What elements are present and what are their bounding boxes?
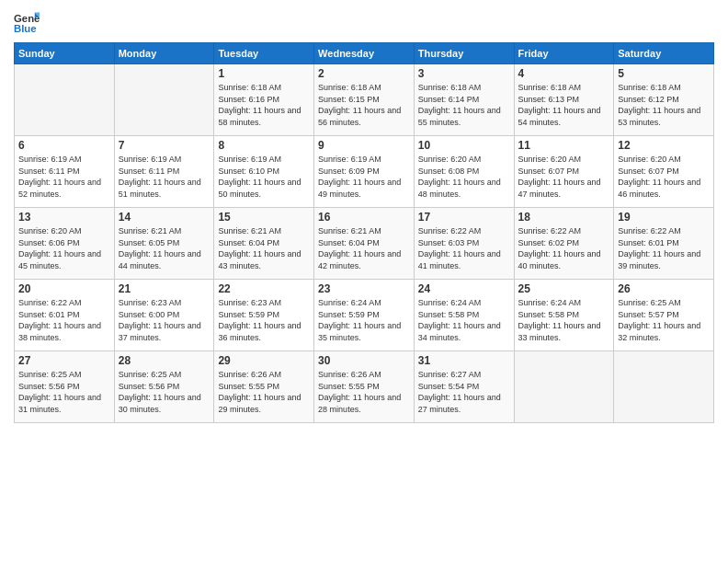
calendar-cell: 16Sunrise: 6:21 AMSunset: 6:04 PMDayligh… [314, 208, 415, 280]
cell-info: Sunrise: 6:24 AMSunset: 5:58 PMDaylight:… [418, 297, 510, 343]
cell-info: Sunrise: 6:20 AMSunset: 6:08 PMDaylight:… [418, 154, 510, 200]
day-number: 25 [518, 282, 610, 295]
calendar-cell: 21Sunrise: 6:23 AMSunset: 6:00 PMDayligh… [114, 280, 214, 351]
calendar-cell: 23Sunrise: 6:24 AMSunset: 5:59 PMDayligh… [314, 280, 415, 351]
day-number: 31 [418, 354, 510, 367]
cell-info: Sunrise: 6:24 AMSunset: 5:59 PMDaylight:… [318, 297, 410, 343]
calendar-cell: 26Sunrise: 6:25 AMSunset: 5:57 PMDayligh… [614, 280, 714, 351]
cell-info: Sunrise: 6:26 AMSunset: 5:55 PMDaylight:… [318, 369, 410, 415]
day-number: 10 [418, 139, 510, 152]
cell-info: Sunrise: 6:19 AMSunset: 6:11 PMDaylight:… [119, 154, 210, 200]
calendar-cell: 3Sunrise: 6:18 AMSunset: 6:14 PMDaylight… [414, 64, 514, 136]
calendar-cell: 18Sunrise: 6:22 AMSunset: 6:02 PMDayligh… [514, 208, 614, 280]
calendar-cell: 5Sunrise: 6:18 AMSunset: 6:12 PMDaylight… [614, 64, 714, 136]
day-number: 18 [518, 211, 610, 224]
day-number: 19 [618, 211, 710, 224]
cell-info: Sunrise: 6:18 AMSunset: 6:12 PMDaylight:… [618, 82, 710, 128]
day-header-saturday: Saturday [614, 43, 714, 64]
cell-info: Sunrise: 6:25 AMSunset: 5:56 PMDaylight:… [18, 369, 110, 415]
calendar-cell: 4Sunrise: 6:18 AMSunset: 6:13 PMDaylight… [514, 64, 614, 136]
calendar-cell: 30Sunrise: 6:26 AMSunset: 5:55 PMDayligh… [314, 351, 415, 423]
day-number: 26 [618, 282, 710, 295]
day-number: 5 [618, 67, 710, 80]
calendar-cell: 17Sunrise: 6:22 AMSunset: 6:03 PMDayligh… [414, 208, 514, 280]
calendar-cell [614, 351, 714, 423]
calendar-cell: 14Sunrise: 6:21 AMSunset: 6:05 PMDayligh… [114, 208, 214, 280]
calendar-cell [114, 64, 214, 136]
calendar-cell: 7Sunrise: 6:19 AMSunset: 6:11 PMDaylight… [114, 136, 214, 208]
calendar-cell: 24Sunrise: 6:24 AMSunset: 5:58 PMDayligh… [414, 280, 514, 351]
cell-info: Sunrise: 6:21 AMSunset: 6:05 PMDaylight:… [119, 225, 210, 271]
cell-info: Sunrise: 6:26 AMSunset: 5:55 PMDaylight:… [218, 369, 310, 415]
cell-info: Sunrise: 6:18 AMSunset: 6:16 PMDaylight:… [218, 82, 310, 128]
day-number: 30 [318, 354, 410, 367]
cell-info: Sunrise: 6:19 AMSunset: 6:10 PMDaylight:… [218, 154, 310, 200]
day-header-tuesday: Tuesday [214, 43, 314, 64]
calendar-cell: 2Sunrise: 6:18 AMSunset: 6:15 PMDaylight… [314, 64, 415, 136]
calendar-cell: 6Sunrise: 6:19 AMSunset: 6:11 PMDaylight… [15, 136, 115, 208]
calendar-cell [514, 351, 614, 423]
calendar-cell: 9Sunrise: 6:19 AMSunset: 6:09 PMDaylight… [314, 136, 415, 208]
cell-info: Sunrise: 6:24 AMSunset: 5:58 PMDaylight:… [518, 297, 610, 343]
cell-info: Sunrise: 6:22 AMSunset: 6:01 PMDaylight:… [18, 297, 110, 343]
day-number: 15 [218, 211, 310, 224]
cell-info: Sunrise: 6:22 AMSunset: 6:01 PMDaylight:… [618, 225, 710, 271]
day-header-friday: Friday [514, 43, 614, 64]
calendar-cell: 1Sunrise: 6:18 AMSunset: 6:16 PMDaylight… [214, 64, 314, 136]
day-number: 21 [119, 282, 210, 295]
cell-info: Sunrise: 6:23 AMSunset: 6:00 PMDaylight:… [119, 297, 210, 343]
day-number: 29 [218, 354, 310, 367]
calendar-cell: 10Sunrise: 6:20 AMSunset: 6:08 PMDayligh… [414, 136, 514, 208]
day-number: 12 [618, 139, 710, 152]
calendar-cell [15, 64, 115, 136]
day-number: 16 [318, 211, 410, 224]
calendar-cell: 29Sunrise: 6:26 AMSunset: 5:55 PMDayligh… [214, 351, 314, 423]
cell-info: Sunrise: 6:23 AMSunset: 5:59 PMDaylight:… [218, 297, 310, 343]
cell-info: Sunrise: 6:20 AMSunset: 6:07 PMDaylight:… [618, 154, 710, 200]
day-number: 6 [18, 139, 110, 152]
day-number: 13 [18, 211, 110, 224]
calendar-cell: 28Sunrise: 6:25 AMSunset: 5:56 PMDayligh… [114, 351, 214, 423]
day-number: 7 [119, 139, 210, 152]
cell-info: Sunrise: 6:18 AMSunset: 6:14 PMDaylight:… [418, 82, 510, 128]
cell-info: Sunrise: 6:19 AMSunset: 6:11 PMDaylight:… [18, 154, 110, 200]
svg-text:Blue: Blue [14, 23, 37, 34]
day-number: 28 [119, 354, 210, 367]
day-number: 3 [418, 67, 510, 80]
day-header-thursday: Thursday [414, 43, 514, 64]
cell-info: Sunrise: 6:18 AMSunset: 6:13 PMDaylight:… [518, 82, 610, 128]
calendar-cell: 22Sunrise: 6:23 AMSunset: 5:59 PMDayligh… [214, 280, 314, 351]
calendar-cell: 19Sunrise: 6:22 AMSunset: 6:01 PMDayligh… [614, 208, 714, 280]
calendar-cell: 8Sunrise: 6:19 AMSunset: 6:10 PMDaylight… [214, 136, 314, 208]
cell-info: Sunrise: 6:22 AMSunset: 6:03 PMDaylight:… [418, 225, 510, 271]
cell-info: Sunrise: 6:21 AMSunset: 6:04 PMDaylight:… [318, 225, 410, 271]
day-number: 4 [518, 67, 610, 80]
calendar-cell: 27Sunrise: 6:25 AMSunset: 5:56 PMDayligh… [15, 351, 115, 423]
day-header-wednesday: Wednesday [314, 43, 415, 64]
day-number: 20 [18, 282, 110, 295]
calendar-cell: 11Sunrise: 6:20 AMSunset: 6:07 PMDayligh… [514, 136, 614, 208]
day-number: 24 [418, 282, 510, 295]
calendar-cell: 25Sunrise: 6:24 AMSunset: 5:58 PMDayligh… [514, 280, 614, 351]
cell-info: Sunrise: 6:19 AMSunset: 6:09 PMDaylight:… [318, 154, 410, 200]
calendar-cell: 15Sunrise: 6:21 AMSunset: 6:04 PMDayligh… [214, 208, 314, 280]
day-header-sunday: Sunday [15, 43, 115, 64]
day-header-monday: Monday [114, 43, 214, 64]
day-number: 8 [218, 139, 310, 152]
logo: General Blue [14, 9, 40, 35]
cell-info: Sunrise: 6:25 AMSunset: 5:57 PMDaylight:… [618, 297, 710, 343]
day-number: 11 [518, 139, 610, 152]
day-number: 14 [119, 211, 210, 224]
cell-info: Sunrise: 6:20 AMSunset: 6:07 PMDaylight:… [518, 154, 610, 200]
cell-info: Sunrise: 6:18 AMSunset: 6:15 PMDaylight:… [318, 82, 410, 128]
calendar-cell: 31Sunrise: 6:27 AMSunset: 5:54 PMDayligh… [414, 351, 514, 423]
cell-info: Sunrise: 6:22 AMSunset: 6:02 PMDaylight:… [518, 225, 610, 271]
calendar-cell: 13Sunrise: 6:20 AMSunset: 6:06 PMDayligh… [15, 208, 115, 280]
cell-info: Sunrise: 6:20 AMSunset: 6:06 PMDaylight:… [18, 225, 110, 271]
calendar-table: SundayMondayTuesdayWednesdayThursdayFrid… [14, 42, 714, 423]
day-number: 17 [418, 211, 510, 224]
day-number: 22 [218, 282, 310, 295]
day-number: 9 [318, 139, 410, 152]
cell-info: Sunrise: 6:27 AMSunset: 5:54 PMDaylight:… [418, 369, 510, 415]
calendar-cell: 20Sunrise: 6:22 AMSunset: 6:01 PMDayligh… [15, 280, 115, 351]
